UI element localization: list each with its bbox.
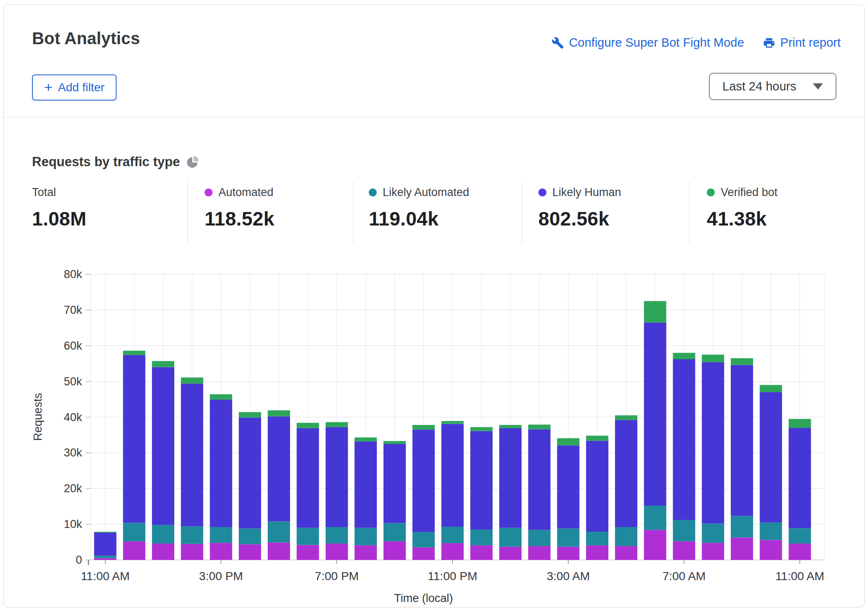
bar-segment-verified-bot[interactable] [528, 424, 551, 429]
bar-segment-likely-human[interactable] [760, 392, 782, 522]
bar-segment-likely-human[interactable] [326, 427, 348, 527]
bar-segment-likely-automated[interactable] [615, 527, 637, 546]
bar-segment-likely-automated[interactable] [470, 530, 493, 545]
bar-segment-likely-human[interactable] [383, 444, 406, 523]
bar-segment-likely-automated[interactable] [673, 520, 695, 541]
bar-segment-automated[interactable] [673, 541, 695, 560]
bar-segment-likely-automated[interactable] [210, 527, 232, 543]
bar-segment-automated[interactable] [644, 530, 666, 560]
bar-segment-verified-bot[interactable] [326, 422, 348, 427]
bar-segment-verified-bot[interactable] [123, 351, 145, 355]
bar-segment-automated[interactable] [499, 547, 522, 560]
bar-segment-automated[interactable] [326, 544, 348, 560]
bar-segment-automated[interactable] [239, 544, 261, 560]
bar-segment-verified-bot[interactable] [615, 415, 637, 420]
bar-segment-likely-human[interactable] [413, 430, 435, 532]
bar-segment-automated[interactable] [210, 543, 232, 560]
bar-segment-likely-automated[interactable] [383, 523, 406, 541]
bar-segment-likely-automated[interactable] [586, 532, 608, 545]
bar-segment-likely-human[interactable] [442, 424, 464, 527]
bar-segment-likely-automated[interactable] [789, 528, 811, 543]
bar-segment-likely-automated[interactable] [702, 523, 724, 543]
bar-segment-likely-automated[interactable] [268, 521, 290, 542]
bar-segment-likely-human[interactable] [528, 429, 551, 530]
bar-segment-likely-automated[interactable] [760, 522, 782, 540]
time-range-select[interactable]: Last 24 hours [709, 73, 836, 100]
bar-segment-verified-bot[interactable] [442, 421, 464, 424]
bar-segment-verified-bot[interactable] [152, 361, 174, 367]
bar-segment-likely-human[interactable] [268, 416, 290, 522]
bar-segment-verified-bot[interactable] [383, 441, 406, 444]
bar-segment-likely-automated[interactable] [94, 556, 117, 558]
bar-segment-automated[interactable] [528, 546, 551, 560]
bar-segment-verified-bot[interactable] [354, 438, 377, 441]
bar-segment-likely-automated[interactable] [326, 527, 348, 544]
bar-segment-likely-human[interactable] [673, 359, 695, 520]
configure-super-bot-fight-mode-link[interactable]: Configure Super Bot Fight Mode [551, 36, 744, 50]
bar-segment-verified-bot[interactable] [644, 301, 666, 323]
bar-segment-likely-automated[interactable] [442, 527, 464, 543]
bar-segment-likely-automated[interactable] [239, 528, 261, 544]
bar-segment-likely-human[interactable] [615, 420, 637, 527]
bar-segment-automated[interactable] [586, 545, 608, 560]
bar-segment-likely-automated[interactable] [528, 530, 551, 546]
bar-segment-verified-bot[interactable] [557, 438, 580, 446]
bar-segment-verified-bot[interactable] [297, 423, 319, 428]
bar-segment-likely-human[interactable] [94, 533, 117, 556]
bar-segment-likely-human[interactable] [210, 400, 232, 527]
bar-segment-likely-automated[interactable] [499, 528, 522, 547]
bar-segment-likely-human[interactable] [702, 362, 724, 524]
bar-segment-automated[interactable] [702, 543, 724, 560]
bar-segment-likely-human[interactable] [644, 323, 666, 506]
bar-segment-automated[interactable] [383, 541, 406, 560]
bar-segment-verified-bot[interactable] [702, 355, 724, 362]
bar-segment-automated[interactable] [470, 545, 493, 560]
bar-segment-likely-human[interactable] [181, 384, 203, 527]
bar-segment-likely-human[interactable] [297, 428, 319, 528]
bar-segment-verified-bot[interactable] [268, 410, 290, 416]
bar-segment-automated[interactable] [413, 547, 435, 560]
print-report-link[interactable]: Print report [763, 36, 841, 50]
bar-segment-automated[interactable] [442, 543, 464, 560]
bar-segment-likely-automated[interactable] [123, 523, 145, 541]
bar-segment-likely-human[interactable] [123, 355, 145, 523]
bar-segment-likely-human[interactable] [789, 428, 811, 528]
bar-segment-likely-automated[interactable] [731, 516, 753, 538]
bar-segment-verified-bot[interactable] [470, 427, 493, 431]
bar-segment-likely-human[interactable] [499, 428, 522, 528]
bar-segment-automated[interactable] [615, 546, 637, 560]
bar-segment-verified-bot[interactable] [673, 353, 695, 359]
bar-segment-automated[interactable] [297, 545, 319, 560]
bar-segment-likely-automated[interactable] [181, 526, 203, 544]
bar-segment-verified-bot[interactable] [94, 532, 117, 533]
bar-segment-likely-automated[interactable] [557, 528, 580, 546]
bar-segment-verified-bot[interactable] [499, 425, 522, 428]
bar-segment-verified-bot[interactable] [181, 377, 203, 383]
bar-segment-automated[interactable] [760, 540, 782, 560]
add-filter-button[interactable]: + Add filter [32, 74, 117, 101]
bar-segment-likely-automated[interactable] [644, 506, 666, 530]
bar-segment-likely-human[interactable] [152, 367, 174, 525]
bar-segment-likely-automated[interactable] [152, 525, 174, 544]
bar-segment-automated[interactable] [789, 544, 811, 560]
bar-segment-automated[interactable] [152, 544, 174, 560]
bar-segment-automated[interactable] [123, 541, 145, 560]
bar-segment-verified-bot[interactable] [789, 419, 811, 428]
bar-segment-likely-human[interactable] [731, 365, 753, 516]
bar-segment-verified-bot[interactable] [210, 394, 232, 400]
bar-segment-verified-bot[interactable] [586, 436, 608, 441]
bar-segment-automated[interactable] [557, 547, 580, 560]
bar-segment-likely-automated[interactable] [297, 528, 319, 545]
bar-segment-likely-human[interactable] [557, 446, 580, 529]
bar-segment-automated[interactable] [94, 558, 117, 560]
bar-segment-likely-human[interactable] [586, 441, 608, 532]
bar-segment-verified-bot[interactable] [413, 425, 435, 430]
bar-segment-likely-human[interactable] [239, 417, 261, 528]
bar-segment-automated[interactable] [268, 542, 290, 560]
bar-segment-automated[interactable] [181, 544, 203, 560]
bar-segment-automated[interactable] [731, 538, 753, 560]
bar-segment-likely-automated[interactable] [413, 532, 435, 547]
bar-segment-likely-human[interactable] [354, 441, 377, 528]
bar-segment-verified-bot[interactable] [239, 412, 261, 418]
bar-segment-likely-human[interactable] [470, 431, 493, 530]
